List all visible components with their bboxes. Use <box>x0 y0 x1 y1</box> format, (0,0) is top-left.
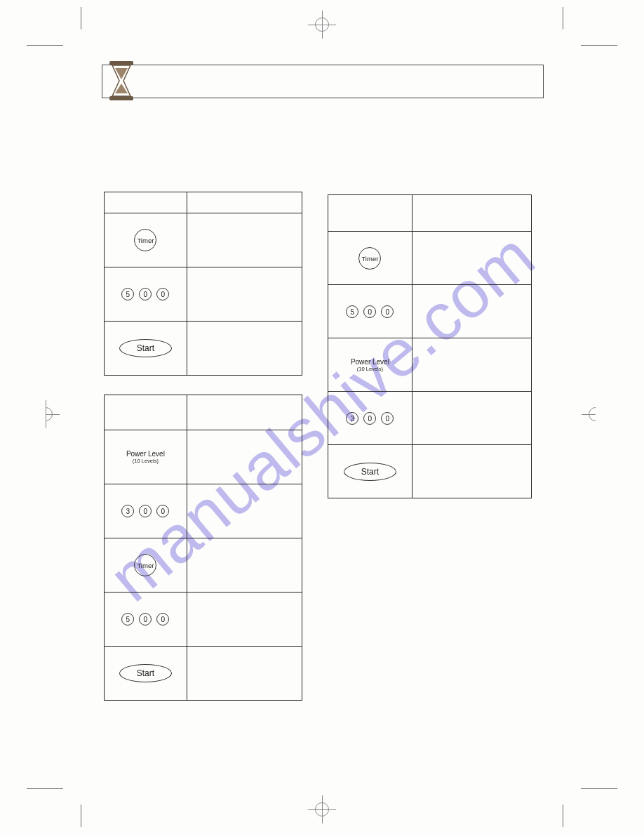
digit-button: 0 <box>363 305 376 318</box>
digit-button: 3 <box>121 505 134 517</box>
timer-button: Timer <box>134 554 156 576</box>
start-button: Start <box>344 463 396 481</box>
table-3: Timer 5 0 0 Power Level (10 Levels) 3 0 … <box>328 194 532 498</box>
digit-row: 3 0 0 <box>105 505 187 517</box>
digit-button: 0 <box>139 505 152 517</box>
power-level-label: Power Level <box>328 358 412 366</box>
digit-button: 0 <box>363 412 376 425</box>
svg-rect-1 <box>109 96 133 100</box>
timer-button: Timer <box>358 247 381 270</box>
hourglass-icon <box>105 60 137 102</box>
timer-button: Timer <box>134 229 156 251</box>
digit-row: 3 0 0 <box>328 412 412 425</box>
digit-button: 3 <box>346 412 358 425</box>
digit-button: 0 <box>139 288 152 300</box>
header-banner <box>102 65 544 98</box>
digit-button: 5 <box>346 305 358 318</box>
start-button: Start <box>119 339 172 357</box>
digit-button: 5 <box>121 613 134 626</box>
power-level-sub: (10 Levels) <box>328 366 412 372</box>
power-level-label: Power Level <box>105 450 187 458</box>
digit-button: 5 <box>121 288 134 300</box>
digit-row: 5 0 0 <box>105 288 187 300</box>
digit-button: 0 <box>156 613 169 626</box>
digit-row: 5 0 0 <box>328 305 412 318</box>
digit-button: 0 <box>139 613 152 626</box>
digit-button: 0 <box>381 305 394 318</box>
table-1: Timer 5 0 0 Start <box>104 192 302 376</box>
svg-rect-0 <box>109 61 133 65</box>
start-button: Start <box>119 664 172 682</box>
power-level-sub: (10 Levels) <box>105 458 187 464</box>
digit-button: 0 <box>156 505 169 517</box>
digit-button: 0 <box>156 288 169 300</box>
digit-row: 5 0 0 <box>105 613 187 626</box>
digit-button: 0 <box>381 412 394 425</box>
table-2: Power Level (10 Levels) 3 0 0 Timer 5 0 … <box>104 395 302 701</box>
